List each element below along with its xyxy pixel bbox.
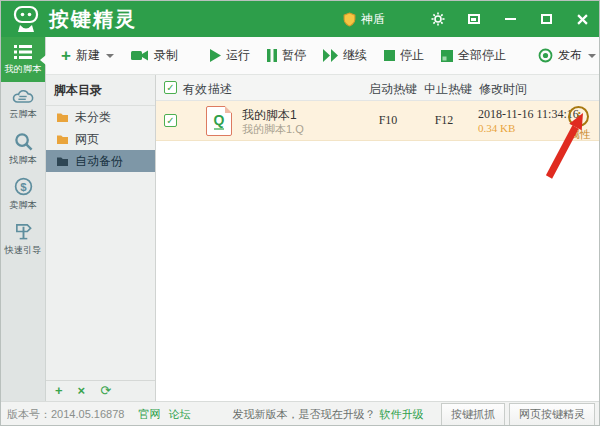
select-all-checkbox[interactable] [164,81,177,94]
titlebar: 按键精灵 神盾 [1,1,600,37]
publish-button-label: 发布 [558,47,582,64]
official-site-link[interactable]: 官网 [138,407,160,422]
tree-item-label: 未分类 [75,109,111,126]
table-header: 有效 描述 启动热键 中止热键 修改时间 [156,75,600,101]
script-directory-panel: 脚本目录 未分类 网页 自动备份 + × ⟳ [46,75,156,401]
sidebar-item-label: 我的脚本 [5,62,42,75]
script-file-icon: Q [206,106,232,136]
delete-category-button[interactable]: × [78,384,86,398]
tree-item-label: 自动备份 [75,153,123,170]
new-button-label: 新建 [76,47,100,64]
folder-icon [56,156,69,167]
script-list: 有效 描述 启动热键 中止热键 修改时间 Q 我的脚本1 我的脚本1.Q F10… [156,75,600,401]
publish-icon [538,48,553,63]
pause-button-label: 暂停 [282,47,306,64]
record-button[interactable]: 录制 [126,43,183,68]
cloud-icon [11,88,35,105]
pause-button[interactable]: 暂停 [262,43,311,68]
key-capture-button[interactable]: 按键抓抓 [441,403,505,426]
toolbar: + 新建 录制 运行 暂停 继续 [46,37,600,75]
publish-button[interactable]: 发布 [533,43,600,68]
app-title: 按键精灵 [49,6,137,33]
mini-window-icon [468,14,480,24]
add-category-button[interactable]: + [55,384,63,398]
maximize-icon [541,14,552,24]
dollar-icon: $ [14,177,33,196]
stop-all-button[interactable]: 全部停止 [436,43,511,68]
gear-icon [431,12,445,26]
stop-button[interactable]: 停止 [379,43,429,68]
sidebar-item-cloud-scripts[interactable]: 云脚本 [1,82,45,127]
chevron-down-icon [588,54,596,58]
shield-label: 神盾 [361,11,385,28]
tree-item-webpage[interactable]: 网页 [46,128,155,150]
settings-button[interactable] [429,10,447,28]
search-icon [14,132,33,151]
column-modified-time: 修改时间 [479,81,527,98]
forum-link[interactable]: 论坛 [168,407,190,422]
sidebar-item-find-scripts[interactable]: 找脚本 [1,127,45,172]
script-file-icon-letter: Q [214,113,225,130]
stop-button-label: 停止 [400,47,424,64]
continue-button-label: 继续 [343,47,367,64]
record-button-label: 录制 [154,47,178,64]
column-abort-hotkey: 中止热键 [424,81,472,98]
svg-text:$: $ [20,181,27,193]
list-icon [13,44,33,60]
close-icon [577,14,588,25]
tree-footer: + × ⟳ [46,380,155,401]
table-row[interactable]: Q 我的脚本1 我的脚本1.Q F10 F12 2018-11-16 11:34… [156,101,600,141]
refresh-button[interactable]: ⟳ [100,384,111,398]
shield-icon [343,12,356,27]
sidebar-item-quick-guide[interactable]: 快速引导 [1,217,45,262]
folder-icon [56,112,69,123]
signpost-icon [14,222,33,241]
web-quickmacro-button[interactable]: 网页按键精灵 [509,403,595,426]
tree-header: 脚本目录 [46,75,155,106]
play-icon [210,49,221,62]
row-checkbox[interactable] [164,114,177,127]
sidebar-item-label: 卖脚本 [9,199,37,212]
version-text: 版本号：2014.05.16878 [7,407,124,422]
statusbar: 版本号：2014.05.16878 官网 论坛 发现新版本，是否现在升级？ 软件… [1,401,600,426]
sidebar-item-my-scripts[interactable]: 我的脚本 [1,37,45,82]
sidebar: 我的脚本 云脚本 找脚本 $ 卖脚本 [1,37,46,401]
sidebar-item-label: 找脚本 [9,154,37,167]
modified-time-value: 2018-11-16 11:34:16 [478,107,579,122]
maximize-button[interactable] [537,10,555,28]
run-button[interactable]: 运行 [205,43,255,68]
plus-icon: + [61,50,71,62]
minimize-button[interactable] [501,10,519,28]
run-button-label: 运行 [226,47,250,64]
tree-item-uncategorized[interactable]: 未分类 [46,106,155,128]
update-prompt: 发现新版本，是否现在升级？ [232,407,375,422]
properties-info-icon[interactable] [568,106,589,127]
abort-hotkey-value: F12 [422,113,466,128]
pause-icon [267,49,277,62]
column-valid: 有效 [183,81,207,98]
software-upgrade-link[interactable]: 软件升级 [379,407,423,422]
file-size-value: 0.34 KB [478,122,515,134]
folder-icon [56,134,69,145]
continue-button[interactable]: 继续 [318,43,372,68]
start-hotkey-value: F10 [366,113,410,128]
stop-all-button-label: 全部停止 [458,47,506,64]
mini-mode-button[interactable] [465,10,483,28]
sidebar-item-label: 快速引导 [5,244,42,257]
column-description: 描述 [208,81,232,98]
app-window: 按键精灵 神盾 [0,0,600,426]
new-button[interactable]: + 新建 [56,43,119,68]
fast-forward-icon [323,49,338,62]
sidebar-item-label: 云脚本 [9,108,37,121]
app-logo-robot-icon [11,4,41,34]
shield-button[interactable]: 神盾 [343,11,385,28]
script-filename: 我的脚本1.Q [242,122,304,137]
close-button[interactable] [573,10,591,28]
column-start-hotkey: 启动热键 [369,81,417,98]
chevron-down-icon [106,54,114,58]
sidebar-item-sell-scripts[interactable]: $ 卖脚本 [1,172,45,217]
tree-item-auto-backup[interactable]: 自动备份 [46,150,155,172]
properties-label: 属性 [569,127,591,142]
tree-item-label: 网页 [75,131,99,148]
camcorder-icon [131,49,149,62]
